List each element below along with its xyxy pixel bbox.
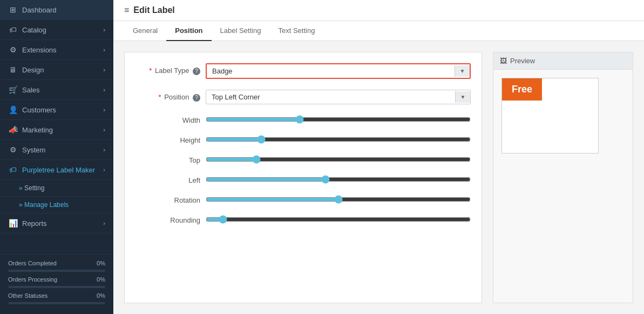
tab-bar: General Position Label Setting Text Sett… [113,21,644,41]
sidebar-item-purpletree[interactable]: 🏷 Purpletree Label Maker › [0,160,113,180]
height-slider-wrap [206,135,471,145]
chevron-right-icon: › [103,220,105,226]
sidebar-stats: Orders Completed 0% Orders Processing 0%… [0,254,113,314]
tab-general[interactable]: General [124,21,166,41]
form-panel: * Label Type ? Badge ▼ * Position ? [124,52,482,303]
tab-text-setting[interactable]: Text Setting [269,21,323,41]
stat-orders-completed: Orders Completed 0% [8,260,105,266]
label-type-value: Badge [207,64,455,78]
position-arrow[interactable]: ▼ [455,91,470,103]
preview-product: Free [501,78,599,153]
top-slider-row: Top [135,155,471,165]
sidebar-item-label: Reports [22,219,47,228]
extensions-icon: ⚙ [8,45,18,54]
width-slider-wrap [206,115,471,125]
chevron-right-icon: › [103,146,105,153]
dashboard-icon: ⊞ [8,5,18,14]
label-type-row: * Label Type ? Badge ▼ [135,63,471,79]
label-type-arrow[interactable]: ▼ [455,65,470,77]
width-slider[interactable] [206,115,471,124]
top-slider[interactable] [206,155,471,164]
top-label: Top [135,156,200,164]
edit-label-icon: ≡ [124,5,129,15]
height-label: Height [135,136,200,144]
preview-header: 🖼 Preview [493,52,633,70]
marketing-icon: 📣 [8,125,18,134]
stat-orders-processing: Orders Processing 0% [8,276,105,283]
width-slider-row: Width [135,115,471,125]
label-type-select[interactable]: Badge ▼ [206,63,471,79]
sidebar-sub-label: Manage Labels [24,201,69,209]
sidebar-item-system[interactable]: ⚙ System › [0,140,113,160]
position-label: * Position ? [135,90,200,102]
page-header: ≡ Edit Label [113,0,644,21]
chevron-right-icon: › [103,106,105,113]
position-row: * Position ? Top Left Corner ▼ [135,90,471,104]
purpletree-icon: 🏷 [8,165,18,174]
sidebar-sub-item-manage-labels[interactable]: Manage Labels [0,197,113,213]
rotation-slider-wrap [206,195,471,205]
rotation-slider[interactable] [206,195,471,204]
sidebar-item-dashboard[interactable]: ⊞ Dashboard [0,0,113,20]
sidebar-item-design[interactable]: 🖥 Design › [0,60,113,80]
sidebar-item-label: Catalog [22,26,46,34]
sidebar-item-reports[interactable]: 📊 Reports › [0,213,113,233]
sidebar-item-customers[interactable]: 👤 Customers › [0,100,113,120]
tab-label-setting[interactable]: Label Setting [212,21,270,41]
label-type-control: Badge ▼ [206,63,471,79]
chevron-right-icon: › [103,26,105,33]
label-type-label: * Label Type ? [135,63,200,75]
sidebar-item-label: Sales [22,86,40,94]
sidebar-sub-item-setting[interactable]: Setting [0,180,113,197]
sidebar-item-label: Design [22,66,44,74]
stat-bar-processing [8,286,105,288]
chevron-right-icon: › [103,46,105,53]
customers-icon: 👤 [8,105,18,114]
sidebar-item-catalog[interactable]: 🏷 Catalog › [0,20,113,40]
stat-bar-completed [8,270,105,272]
height-slider[interactable] [206,135,471,144]
stat-label: Orders Processing [8,276,57,283]
system-icon: ⚙ [8,145,18,154]
rounding-slider-row: Rounding [135,215,471,225]
stat-value: 0% [97,260,105,266]
chevron-right-icon: › [103,66,105,73]
content-area: * Label Type ? Badge ▼ * Position ? [113,41,644,314]
page-title: Edit Label [133,5,174,15]
sidebar-item-label: System [22,146,45,154]
left-label: Left [135,176,200,184]
sidebar-item-extensions[interactable]: ⚙ Extensions › [0,40,113,60]
position-value: Top Left Corner [206,90,455,104]
rotation-label: Rotation [135,196,200,204]
sidebar-item-label: Customers [22,106,56,114]
tab-position[interactable]: Position [166,21,211,41]
sidebar-item-sales[interactable]: 🛒 Sales › [0,80,113,100]
chevron-right-icon: › [103,86,105,93]
stat-label: Orders Completed [8,260,57,266]
stat-bar-other [8,302,105,304]
position-help-icon[interactable]: ? [193,94,200,102]
required-indicator: * [149,66,152,75]
height-slider-row: Height [135,135,471,145]
stat-label: Other Statuses [8,292,48,299]
preview-icon: 🖼 [500,57,507,65]
left-slider[interactable] [206,175,471,184]
label-type-help-icon[interactable]: ? [193,68,200,75]
stat-value: 0% [97,276,105,283]
position-select[interactable]: Top Left Corner ▼ [206,90,471,104]
preview-body: Free [493,70,633,162]
chevron-right-icon: › [103,166,105,173]
rounding-slider[interactable] [206,215,471,224]
preview-panel: 🖼 Preview Free [493,52,633,303]
main-content: ≡ Edit Label General Position Label Sett… [113,0,644,314]
required-indicator: * [158,93,161,101]
chevron-right-icon: › [103,126,105,133]
sidebar-item-marketing[interactable]: 📣 Marketing › [0,120,113,140]
left-slider-row: Left [135,175,471,185]
left-slider-wrap [206,175,471,185]
rounding-label: Rounding [135,216,200,224]
position-control: Top Left Corner ▼ [206,90,471,104]
sidebar-item-label: Extensions [22,46,57,54]
design-icon: 🖥 [8,65,18,74]
sidebar-item-label: Marketing [22,126,53,134]
